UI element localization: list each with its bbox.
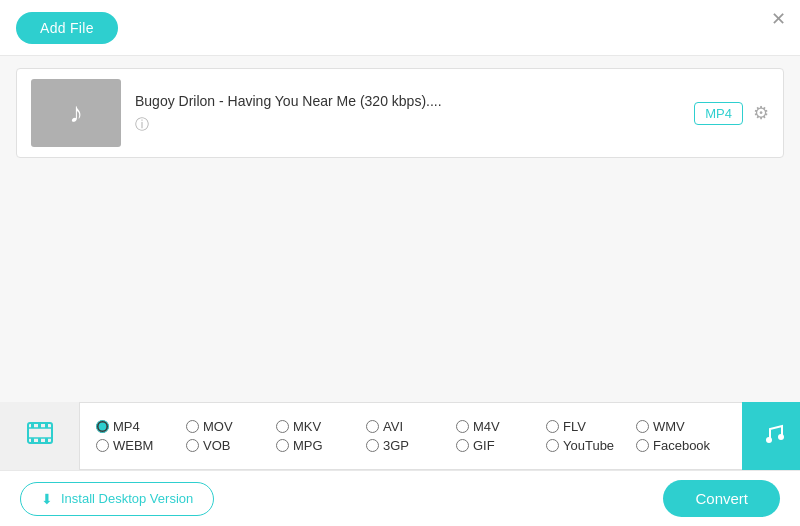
audio-icon-block[interactable]	[742, 402, 800, 470]
format-option-webm[interactable]: WEBM	[96, 438, 186, 453]
film-icon	[26, 419, 54, 453]
format-option-mkv[interactable]: MKV	[276, 419, 366, 434]
format-option-mp4[interactable]: MP4	[96, 419, 186, 434]
format-option-m4v[interactable]: M4V	[456, 419, 546, 434]
format-badge: MP4	[694, 102, 743, 125]
format-video-icon-block	[0, 402, 80, 470]
format-option-mov[interactable]: MOV	[186, 419, 276, 434]
audio-note-icon	[762, 419, 790, 453]
install-label: Install Desktop Version	[61, 491, 193, 506]
format-option-3gp[interactable]: 3GP	[366, 438, 456, 453]
footer-bar: ⬇ Install Desktop Version Convert	[0, 470, 800, 526]
close-button[interactable]: ✕	[771, 10, 786, 28]
svg-point-9	[766, 437, 772, 443]
format-bar: MP4 MOV MKV AVI M4V FLV WMV W	[0, 402, 800, 470]
file-info: Bugoy Drilon - Having You Near Me (320 k…	[121, 93, 694, 134]
convert-button[interactable]: Convert	[663, 480, 780, 517]
install-desktop-button[interactable]: ⬇ Install Desktop Version	[20, 482, 214, 516]
svg-point-10	[778, 434, 784, 440]
add-file-button[interactable]: Add File	[16, 12, 118, 44]
format-option-flv[interactable]: FLV	[546, 419, 636, 434]
format-row-1: MP4 MOV MKV AVI M4V FLV WMV	[96, 419, 726, 434]
file-actions: MP4 ⚙	[694, 102, 769, 125]
settings-button[interactable]: ⚙	[753, 102, 769, 124]
format-option-wmv[interactable]: WMV	[636, 419, 726, 434]
format-option-avi[interactable]: AVI	[366, 419, 456, 434]
download-icon: ⬇	[41, 491, 53, 507]
content-area: ♪ Bugoy Drilon - Having You Near Me (320…	[0, 56, 800, 436]
format-option-gif[interactable]: GIF	[456, 438, 546, 453]
music-note-icon: ♪	[69, 97, 83, 129]
format-row-2: WEBM VOB MPG 3GP GIF YouTube Facebook	[96, 438, 726, 453]
format-option-youtube[interactable]: YouTube	[546, 438, 636, 453]
file-item: ♪ Bugoy Drilon - Having You Near Me (320…	[16, 68, 784, 158]
format-options: MP4 MOV MKV AVI M4V FLV WMV W	[80, 411, 742, 461]
file-thumbnail: ♪	[31, 79, 121, 147]
format-option-mpg[interactable]: MPG	[276, 438, 366, 453]
file-name: Bugoy Drilon - Having You Near Me (320 k…	[135, 93, 694, 109]
format-option-vob[interactable]: VOB	[186, 438, 276, 453]
format-option-facebook[interactable]: Facebook	[636, 438, 726, 453]
top-bar: Add File ✕	[0, 0, 800, 56]
info-icon[interactable]: ⓘ	[135, 116, 149, 132]
